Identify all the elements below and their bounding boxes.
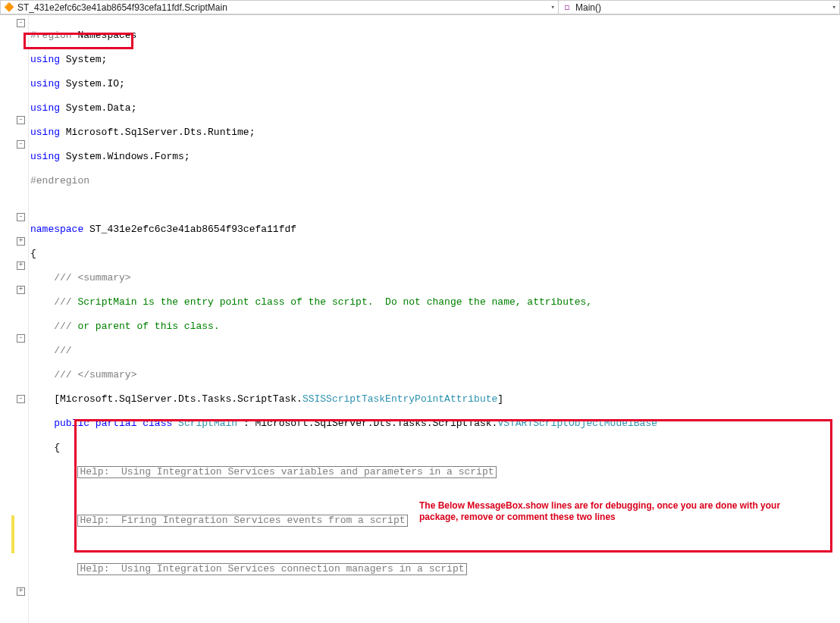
outline-toggle[interactable]: - (17, 116, 25, 124)
outline-toggle[interactable]: - (17, 213, 25, 221)
class-dropdown-text: ST_431e2efc6c3e41ab8654f93cefa11fdf.Scri… (17, 2, 548, 13)
change-mark (11, 515, 14, 553)
chevron-down-icon: ▾ (551, 3, 555, 11)
code-editor[interactable]: - - - - + + + - - + #region Namespaces u… (0, 15, 840, 623)
outline-toggle[interactable]: - (17, 140, 25, 149)
outline-toggle[interactable]: - (17, 19, 25, 27)
class-icon: 🔶 (4, 2, 14, 13)
annotation-text: The Below MessageBox.show lines are for … (419, 500, 780, 523)
class-dropdown[interactable]: 🔶 ST_431e2efc6c3e41ab8654f93cefa11fdf.Sc… (0, 0, 558, 14)
collapsed-region[interactable]: Help: Firing Integration Services events… (77, 515, 407, 527)
outline-toggle[interactable]: + (17, 587, 25, 596)
outline-toggle[interactable]: + (17, 286, 25, 294)
outline-toggle[interactable]: - (17, 334, 25, 343)
outline-toggle[interactable]: - (17, 395, 25, 403)
xml-comment: ScriptMain is the entry point class of t… (77, 296, 592, 308)
outline-gutter: - - - - + + + - - + (0, 15, 29, 623)
method-icon: ◻ (562, 2, 572, 13)
navigation-bar: 🔶 ST_431e2efc6c3e41ab8654f93cefa11fdf.Sc… (0, 0, 840, 15)
outline-toggle[interactable]: + (17, 237, 25, 246)
collapsed-region[interactable]: Help: Using Integration Services connect… (77, 563, 466, 575)
outline-toggle[interactable]: + (17, 261, 25, 270)
member-dropdown-text: Main() (575, 2, 829, 13)
chevron-down-icon: ▾ (832, 3, 836, 11)
code-text[interactable]: #region Namespaces using System; using S… (29, 15, 840, 623)
highlight-box (74, 419, 832, 553)
member-dropdown[interactable]: ◻ Main() ▾ (558, 0, 840, 14)
collapsed-region[interactable]: Help: Using Integration Services variabl… (77, 466, 496, 478)
